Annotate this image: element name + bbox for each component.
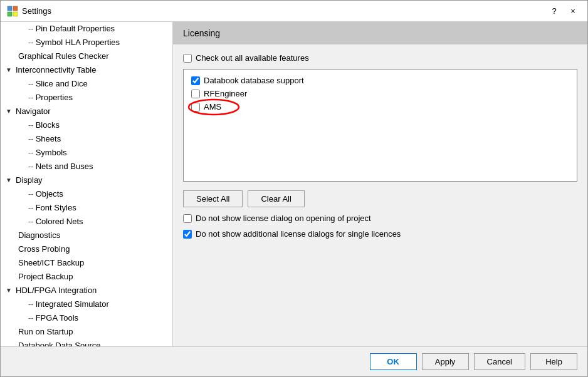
sidebar-item-sheet-ict[interactable]: Sheet/ICT Backup (1, 256, 172, 270)
help-footer-button[interactable]: Help (530, 353, 577, 370)
footer: OK Apply Cancel Help (1, 346, 587, 376)
sidebar-item-pin-default[interactable]: -- Pin Default Properties (1, 22, 172, 36)
checkout-row: Check out all available features (183, 53, 577, 63)
settings-dialog: Settings ? × -- Pin Default Properties -… (0, 0, 588, 377)
svg-rect-1 (13, 6, 18, 11)
expand-icon: ▼ (6, 65, 14, 76)
expand-icon: ▼ (6, 175, 14, 186)
sidebar-item-properties[interactable]: -- Properties (1, 91, 172, 105)
sidebar-item-hdl-fpga[interactable]: ▼ HDL/FPGA Integration (1, 284, 172, 297)
sidebar-item-graphical-rules[interactable]: Graphical Rules Checker (1, 49, 172, 63)
dialog-title: Settings (22, 6, 51, 16)
right-panel: Licensing Check out all available featur… (173, 22, 587, 346)
sidebar: -- Pin Default Properties -- Symbol HLA … (1, 22, 173, 346)
sidebar-item-databook[interactable]: Databook Data Source (1, 339, 172, 346)
section-header: Licensing (173, 22, 587, 44)
no-additional-row: Do not show additional license dialogs f… (183, 229, 577, 239)
expand-icon: ▼ (6, 285, 14, 296)
sidebar-item-project-backup[interactable]: Project Backup (1, 270, 172, 284)
close-button[interactable]: × (565, 4, 581, 18)
svg-rect-0 (8, 6, 12, 11)
sidebar-item-nets-buses[interactable]: -- Nets and Buses (1, 160, 172, 173)
sidebar-item-symbol-hla[interactable]: -- Symbol HLA Properties (1, 36, 172, 49)
expand-icon: ▼ (6, 106, 14, 117)
svg-rect-2 (8, 12, 12, 16)
no-additional-label[interactable]: Do not show additional license dialogs f… (196, 229, 401, 239)
settings-icon (7, 6, 18, 17)
sidebar-item-integrated-sim[interactable]: -- Integrated Simulator (1, 297, 172, 311)
no-dialog-label[interactable]: Do not show license dialog on opening of… (196, 214, 371, 223)
select-clear-buttons: Select All Clear All (183, 190, 577, 207)
feature-ams-label[interactable]: AMS (204, 102, 221, 111)
sidebar-item-cross-probing[interactable]: Cross Probing (1, 242, 172, 256)
apply-button[interactable]: Apply (422, 353, 469, 370)
sidebar-item-interconnectivity[interactable]: ▼ Interconnectivity Table (1, 63, 172, 77)
feature-ams-checkbox[interactable] (191, 103, 200, 111)
feature-box: Databook database support RFEngineer AMS (183, 69, 577, 182)
sidebar-item-diagnostics[interactable]: Diagnostics (1, 229, 172, 242)
sidebar-item-sheets[interactable]: -- Sheets (1, 132, 172, 146)
sidebar-item-font-styles[interactable]: -- Font Styles (1, 201, 172, 215)
checkout-label[interactable]: Check out all available features (196, 53, 309, 63)
sidebar-item-objects[interactable]: -- Objects (1, 187, 172, 201)
title-bar-controls: ? × (546, 4, 581, 18)
feature-rfengineer-row: RFEngineer (191, 89, 569, 98)
section-content: Check out all available features Databoo… (173, 44, 587, 346)
help-button[interactable]: ? (546, 4, 562, 18)
sidebar-item-slice-dice[interactable]: -- Slice and Dice (1, 77, 172, 91)
feature-ams-row: AMS (191, 102, 569, 111)
no-dialog-row: Do not show license dialog on opening of… (183, 214, 577, 223)
no-additional-checkbox[interactable] (183, 230, 192, 239)
title-bar: Settings ? × (1, 1, 587, 22)
sidebar-item-run-startup[interactable]: Run on Startup (1, 325, 172, 339)
dialog-body: -- Pin Default Properties -- Symbol HLA … (1, 22, 587, 346)
feature-databook-label[interactable]: Databook database support (204, 76, 304, 85)
sidebar-item-symbols[interactable]: -- Symbols (1, 146, 172, 160)
svg-rect-3 (13, 12, 18, 16)
feature-rfengineer-checkbox[interactable] (191, 90, 200, 98)
sidebar-item-fpga-tools[interactable]: -- FPGA Tools (1, 311, 172, 325)
sidebar-item-colored-nets[interactable]: -- Colored Nets (1, 215, 172, 229)
sidebar-item-navigator[interactable]: ▼ Navigator (1, 105, 172, 118)
ok-button[interactable]: OK (370, 353, 417, 370)
sidebar-item-blocks[interactable]: -- Blocks (1, 118, 172, 132)
no-dialog-checkbox[interactable] (183, 214, 192, 223)
cancel-button[interactable]: Cancel (474, 353, 525, 370)
checkout-checkbox[interactable] (183, 54, 192, 63)
sidebar-item-display[interactable]: ▼ Display (1, 173, 172, 187)
select-all-button[interactable]: Select All (183, 190, 243, 207)
title-bar-left: Settings (7, 6, 51, 17)
feature-databook-row: Databook database support (191, 76, 569, 85)
clear-all-button[interactable]: Clear All (248, 190, 304, 207)
feature-databook-checkbox[interactable] (191, 76, 200, 85)
feature-rfengineer-label[interactable]: RFEngineer (204, 89, 247, 98)
